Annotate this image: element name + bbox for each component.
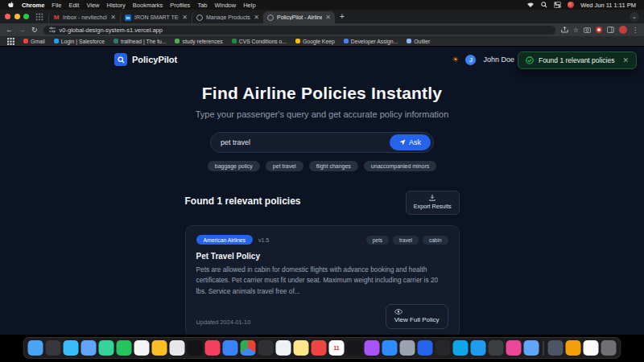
menu-item-chrome[interactable]: Chrome: [22, 2, 44, 9]
dock-icon-mail[interactable]: [81, 340, 97, 356]
dock-icon-screens-folder[interactable]: [548, 340, 564, 356]
suggestion-chips: baggage policypet travelflight changesun…: [0, 161, 644, 171]
bookmark-favicon-icon: [114, 39, 118, 43]
ask-button[interactable]: Ask: [390, 134, 431, 150]
address-bar[interactable]: v0-global-design-system-s1.vercel.app: [43, 26, 555, 35]
reload-button[interactable]: ↻: [31, 27, 38, 34]
profile-avatar[interactable]: [619, 26, 627, 34]
dock-icon-app-store[interactable]: [223, 340, 238, 356]
tab-close-icon[interactable]: ✕: [182, 14, 188, 21]
policy-card[interactable]: American Airlines v1.5 petstravelcabin P…: [185, 225, 460, 335]
dock-icon-vscode[interactable]: [471, 340, 486, 356]
bookmark-item[interactable]: Gmail: [23, 39, 45, 44]
siri-icon[interactable]: [568, 2, 574, 8]
extension-icon[interactable]: [596, 27, 602, 33]
bookmark-item[interactable]: Developer Assign...: [344, 39, 398, 44]
dock-icon-touch-id[interactable]: [258, 340, 274, 356]
dock-icon-zoom[interactable]: [382, 340, 398, 356]
menu-item-history[interactable]: History: [107, 2, 126, 9]
bookmark-item[interactable]: study references: [175, 39, 222, 44]
toast-close-icon[interactable]: ✕: [622, 56, 629, 64]
new-tab-button[interactable]: +: [340, 12, 345, 21]
menu-item-profiles[interactable]: Profiles: [170, 2, 190, 9]
menu-item-edit[interactable]: Edit: [68, 2, 79, 9]
menu-item-view[interactable]: View: [86, 2, 99, 9]
dock-icon-davinci[interactable]: [436, 340, 451, 356]
apple-icon[interactable]: [8, 2, 14, 8]
tab-close-icon[interactable]: ✕: [325, 14, 331, 21]
dock-icon-notes[interactable]: [152, 340, 167, 356]
dock-icon-chrome[interactable]: [241, 340, 256, 356]
suggestion-chip[interactable]: unaccompanied minors: [364, 161, 436, 171]
dock-icon-testflight[interactable]: [418, 340, 433, 356]
dock-icon-facetime[interactable]: [117, 340, 132, 356]
user-avatar[interactable]: J: [465, 55, 476, 65]
suggestion-chip[interactable]: flight changes: [309, 161, 358, 171]
dock-icon-apple-tv[interactable]: [188, 340, 203, 356]
dock-icon-media-app[interactable]: [566, 340, 581, 356]
menu-item-file[interactable]: File: [52, 2, 61, 9]
tune-icon[interactable]: [49, 27, 56, 33]
browser-tab[interactable]: Manage Products/ Service...✕: [192, 11, 263, 23]
screenshot-extension-icon[interactable]: [584, 27, 591, 33]
back-button[interactable]: ←: [6, 27, 13, 34]
dock-icon-shortcuts[interactable]: [453, 340, 469, 356]
dock-icon-calendar[interactable]: 11: [329, 340, 345, 356]
dock-icon-photo-booth[interactable]: [294, 340, 309, 356]
control-center-icon[interactable]: [554, 2, 561, 8]
browser-tab[interactable]: MInbox - nevitechcloud very...✕: [48, 11, 120, 23]
chrome-menu-icon[interactable]: ⋮: [632, 27, 638, 34]
app-header: PolicyPilot ☀ J John Doe: [114, 47, 530, 66]
wifi-icon[interactable]: [526, 2, 535, 8]
tab-close-icon[interactable]: ✕: [254, 14, 259, 21]
suggestion-chip[interactable]: baggage policy: [208, 161, 260, 171]
tab-close-icon[interactable]: ✕: [110, 14, 116, 21]
bookmark-item[interactable]: Outlier: [407, 39, 430, 44]
export-results-button[interactable]: Export Results: [406, 191, 460, 215]
view-full-policy-button[interactable]: View Full Policy: [386, 304, 448, 329]
dock-icon-messages[interactable]: [99, 340, 114, 356]
menu-item-tab[interactable]: Tab: [197, 2, 207, 9]
tab-groups-icon[interactable]: [35, 13, 43, 21]
apps-grid-icon[interactable]: [7, 38, 14, 45]
dock-icon-pycharm[interactable]: [489, 340, 504, 356]
brand-name: PolicyPilot: [132, 55, 177, 64]
dock-icon-reminders[interactable]: [584, 340, 599, 356]
forward-button[interactable]: →: [19, 27, 26, 34]
tab-search-chevron-icon[interactable]: ⌄: [630, 12, 639, 22]
suggestion-chip[interactable]: pet travel: [266, 161, 303, 171]
browser-tab[interactable]: inIRON SMART TECH FRONT...✕: [120, 11, 192, 23]
bookmark-item[interactable]: CVS Conditions o...: [232, 39, 287, 44]
dock-icon-find-my[interactable]: [276, 340, 291, 356]
dock-icon-trash[interactable]: [601, 340, 617, 356]
dock-icon-freeform[interactable]: [170, 340, 185, 356]
bookmark-item[interactable]: Login | Salesforce: [54, 39, 105, 44]
menu-item-bookmarks[interactable]: Bookmarks: [133, 2, 163, 9]
dock-icon-browser[interactable]: [524, 340, 539, 356]
dock-icon-launchpad[interactable]: [46, 340, 61, 356]
dock-icon-pink-app[interactable]: [506, 340, 522, 356]
query-input[interactable]: [221, 138, 390, 146]
dock-icon-photos[interactable]: [134, 340, 150, 356]
brand[interactable]: PolicyPilot: [114, 53, 177, 66]
side-panel-icon[interactable]: [607, 27, 614, 33]
dock-icon-music[interactable]: [205, 340, 221, 356]
theme-toggle-sun-icon[interactable]: ☀: [452, 56, 458, 64]
dock-icon-safari[interactable]: [64, 340, 79, 356]
minimize-window-button[interactable]: [14, 14, 20, 19]
dock-icon-stocks[interactable]: [347, 340, 362, 356]
zoom-window-button[interactable]: [23, 14, 29, 19]
bookmark-item[interactable]: trailhead | The fu...: [114, 39, 166, 44]
dock-icon-settings[interactable]: [400, 340, 415, 356]
menu-item-window[interactable]: Window: [214, 2, 236, 9]
bookmark-star-icon[interactable]: ☆: [573, 27, 579, 34]
bookmark-item[interactable]: Google Keep: [295, 39, 335, 44]
dock-icon-pinwheel[interactable]: [312, 340, 327, 356]
browser-tab[interactable]: PolicyPilot - Airline Policy Se...✕: [263, 11, 335, 23]
menu-item-help[interactable]: Help: [243, 2, 255, 9]
dock-icon-finder[interactable]: [28, 340, 43, 356]
share-icon[interactable]: [561, 27, 568, 33]
spotlight-search-icon[interactable]: [541, 2, 547, 8]
dock-icon-podcasts[interactable]: [365, 340, 380, 356]
close-window-button[interactable]: [5, 14, 10, 19]
